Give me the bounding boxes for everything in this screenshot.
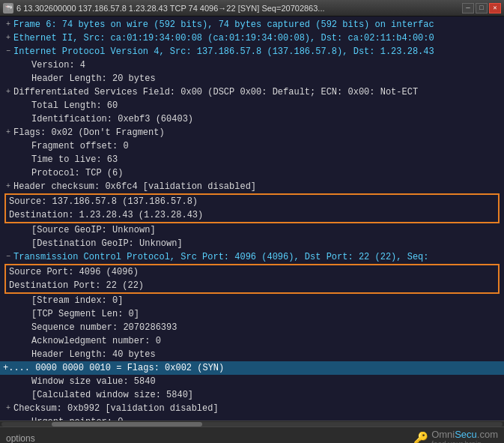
packet-line[interactable]: Version: 4	[0, 58, 504, 72]
line-text: Header Length: 40 bytes	[31, 349, 156, 361]
flags-highlight-line[interactable]: +.... 0000 0000 0010 = Flags: 0x002 (SYN…	[0, 361, 504, 375]
packet-line[interactable]: [Destination GeoIP: Unknown]	[0, 237, 504, 250]
horizontal-scrollbar[interactable]	[0, 421, 504, 427]
tcp-port-box: Source Port: 4096 (4096) Destination Por…	[4, 264, 500, 294]
line-text: [Destination GeoIP: Unknown]	[31, 238, 183, 250]
packet-line[interactable]: +Flags: 0x02 (Don't Fragment)	[0, 126, 504, 139]
line-text: Transmission Control Protocol, Src Port:…	[13, 251, 429, 263]
packet-line[interactable]: Window size value: 5840	[0, 375, 504, 388]
line-text: Version: 4	[31, 59, 85, 71]
line-text: Frame 6: 74 bytes on wire (592 bits), 74…	[13, 19, 434, 31]
flags-text: .... 0000 0000 0010 = Flags: 0x002 (SYN)	[8, 362, 224, 374]
orange-box-line: Destination: 1.23.28.43 (1.23.28.43)	[6, 208, 498, 222]
orange-box-line: Source: 137.186.57.8 (137.186.57.8)	[6, 195, 498, 208]
key-icon: 🔑	[413, 431, 428, 444]
line-text: [TCP Segment Len: 0]	[31, 308, 139, 320]
packet-line[interactable]: [TCP Segment Len: 0]	[0, 307, 504, 321]
app-icon: 🦈	[3, 3, 13, 13]
packet-line[interactable]: [Stream index: 0]	[0, 294, 504, 307]
line-text: Header Length: 20 bytes	[31, 73, 156, 85]
options-label: options	[6, 433, 35, 444]
packet-line[interactable]: +Frame 6: 74 bytes on wire (592 bits), 7…	[0, 18, 504, 31]
expand-collapse-icon[interactable]: +	[3, 86, 13, 98]
expand-collapse-icon[interactable]: −	[3, 46, 13, 58]
line-text: Acknowledgment number: 0	[31, 335, 161, 347]
packet-line[interactable]: Header Length: 20 bytes	[0, 72, 504, 85]
packet-line[interactable]: Header Length: 40 bytes	[0, 348, 504, 361]
maximize-button[interactable]: □	[476, 3, 488, 13]
watermark: 🔑 OmniSecu.com feed your brain	[413, 429, 498, 444]
packet-line[interactable]: Urgent pointer: 0	[0, 415, 504, 421]
expand-icon[interactable]: +	[3, 362, 8, 374]
line-text: Window size value: 5840	[31, 376, 156, 388]
packet-line[interactable]: Fragment offset: 0	[0, 139, 504, 153]
bottom-bar: options 🔑 OmniSecu.com feed your brain	[0, 427, 504, 443]
line-text: Header checksum: 0x6fc4 [validation disa…	[13, 181, 256, 193]
packet-detail-panel: +Frame 6: 74 bytes on wire (592 bits), 7…	[0, 16, 504, 421]
window-title: 6 13.302600000 137.186.57.8 1.23.28.43 T…	[16, 4, 325, 13]
line-text: Sequence number: 2070286393	[31, 322, 177, 334]
brand-tagline: feed your brain	[431, 440, 498, 444]
packet-line[interactable]: Identification: 0xebf3 (60403)	[0, 112, 504, 126]
title-bar-left: 🦈 6 13.302600000 137.186.57.8 1.23.28.43…	[3, 3, 325, 13]
brand-name: OmniSecu.com	[431, 429, 498, 440]
packet-line[interactable]: −Transmission Control Protocol, Src Port…	[0, 250, 504, 264]
packet-line[interactable]: −Internet Protocol Version 4, Src: 137.1…	[0, 45, 504, 58]
packet-line[interactable]: Time to live: 63	[0, 153, 504, 166]
line-text: Total Length: 60	[31, 100, 118, 112]
line-text: Ethernet II, Src: ca:01:19:34:00:08 (ca:…	[13, 32, 434, 44]
packet-line[interactable]: Protocol: TCP (6)	[0, 166, 504, 180]
window-controls: ─ □ ✕	[462, 3, 501, 13]
line-text: [Calculated window size: 5840]	[31, 389, 193, 401]
line-text: Protocol: TCP (6)	[31, 167, 123, 179]
packet-line[interactable]: [Calculated window size: 5840]	[0, 388, 504, 402]
line-text: [Source GeoIP: Unknown]	[31, 224, 156, 236]
line-text: [Stream index: 0]	[31, 295, 123, 307]
packet-line[interactable]: Total Length: 60	[0, 99, 504, 112]
scrollbar-track	[1, 422, 503, 427]
packet-line[interactable]: +Ethernet II, Src: ca:01:19:34:00:08 (ca…	[0, 31, 504, 45]
expand-collapse-icon[interactable]: −	[3, 251, 13, 263]
close-button[interactable]: ✕	[489, 3, 501, 13]
expand-collapse-icon[interactable]: +	[3, 32, 13, 44]
line-text: Flags: 0x02 (Don't Fragment)	[13, 127, 165, 139]
ip-address-box: Source: 137.186.57.8 (137.186.57.8) Dest…	[4, 193, 500, 223]
orange-box-line-tcp: Destination Port: 22 (22)	[6, 279, 498, 292]
minimize-button[interactable]: ─	[462, 3, 474, 13]
packet-line[interactable]: +Header checksum: 0x6fc4 [validation dis…	[0, 180, 504, 193]
expand-collapse-icon[interactable]: +	[3, 127, 13, 139]
expand-collapse-icon[interactable]: +	[3, 181, 13, 193]
packet-line[interactable]: +Checksum: 0xb992 [validation disabled]	[0, 402, 504, 415]
expand-collapse-icon[interactable]: +	[3, 19, 13, 31]
watermark-brand-block: OmniSecu.com feed your brain	[431, 429, 498, 444]
scrollbar-thumb[interactable]	[52, 422, 202, 427]
packet-line[interactable]: +Differentiated Services Field: 0x00 (DS…	[0, 85, 504, 99]
line-text: Fragment offset: 0	[31, 140, 129, 152]
line-text: Identification: 0xebf3 (60403)	[31, 113, 193, 125]
packet-line[interactable]: Sequence number: 2070286393	[0, 321, 504, 334]
line-text: Internet Protocol Version 4, Src: 137.18…	[13, 46, 434, 58]
line-text: Checksum: 0xb992 [validation disabled]	[13, 403, 219, 415]
line-text: Urgent pointer: 0	[31, 416, 123, 421]
packet-line[interactable]: Acknowledgment number: 0	[0, 334, 504, 348]
line-text: Time to live: 63	[31, 154, 118, 166]
title-bar: 🦈 6 13.302600000 137.186.57.8 1.23.28.43…	[0, 0, 504, 16]
orange-box-line-tcp: Source Port: 4096 (4096)	[6, 265, 498, 279]
line-text: Differentiated Services Field: 0x00 (DSC…	[13, 86, 418, 98]
expand-collapse-icon[interactable]: +	[3, 403, 13, 415]
packet-line[interactable]: [Source GeoIP: Unknown]	[0, 223, 504, 237]
